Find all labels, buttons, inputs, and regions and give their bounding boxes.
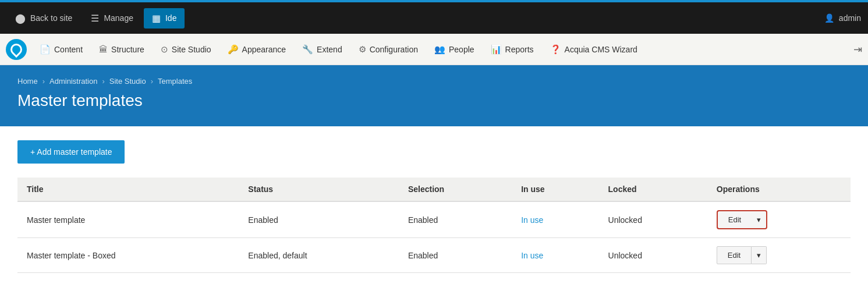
row1-status: Enabled [239,201,399,238]
nav-item-acquia-cms-wizard[interactable]: ❓ Acquia CMS Wizard [542,34,646,65]
col-title: Title [17,178,239,201]
page-header: Home › Administration › Site Studio › Te… [0,65,868,126]
site-studio-icon: ⊙ [161,44,168,55]
table-row: Master template Enabled Enabled In use U… [17,201,851,238]
configuration-icon: ⚙ [359,44,366,55]
breadcrumb-templates[interactable]: Templates [158,77,192,86]
nav-item-content[interactable]: 📄 Content [31,34,91,65]
nav-items: 📄 Content 🏛 Structure ⊙ Site Studio 🔑 Ap… [31,34,853,65]
col-operations: Operations [707,178,851,201]
row1-ops-cell: Edit ▾ [717,210,841,229]
master-templates-table: Title Status Selection In use Locked Ope… [17,178,851,273]
content-area: + Add master template Title Status Selec… [0,126,868,287]
row2-operations: Edit ▾ [707,238,851,273]
table-row: Master template - Boxed Enabled, default… [17,238,851,273]
row2-in-use-link[interactable]: In use [521,251,543,260]
back-to-site-button[interactable]: ⬤ Back to site [7,8,80,29]
row1-locked: Unlocked [599,201,707,238]
row1-dropdown-button[interactable]: ▾ [752,210,767,229]
drupal-logo[interactable] [6,39,27,60]
breadcrumb-sep-1: › [42,77,45,86]
admin-bar-left: ⬤ Back to site ☰ Manage ▦ Ide [7,8,185,29]
nav-item-appearance[interactable]: 🔑 Appearance [219,34,295,65]
drupal-icon: ⬤ [15,13,26,24]
menu-icon: ☰ [91,13,99,24]
col-in-use: In use [512,178,598,201]
manage-button[interactable]: ☰ Manage [83,8,141,29]
row2-title: Master template - Boxed [17,238,239,273]
nav-item-people[interactable]: 👥 People [426,34,483,65]
row1-in-use: In use [512,201,598,238]
breadcrumb-home[interactable]: Home [17,77,38,86]
row1-selection: Enabled [399,201,512,238]
row2-dropdown-button[interactable]: ▾ [752,246,767,264]
row2-status: Enabled, default [239,238,399,273]
appearance-icon: 🔑 [228,44,239,55]
extend-icon: 🔧 [302,44,313,55]
nav-collapse-button[interactable]: ⇥ [853,43,862,56]
reports-icon: 📊 [491,44,502,55]
row2-ops-cell: Edit ▾ [717,246,841,264]
add-master-template-button[interactable]: + Add master template [17,140,125,164]
breadcrumb: Home › Administration › Site Studio › Te… [17,77,851,86]
people-icon: 👥 [434,44,445,55]
breadcrumb-sep-3: › [151,77,153,86]
col-status: Status [239,178,399,201]
row2-edit-button[interactable]: Edit [717,246,752,264]
content-icon: 📄 [40,44,51,55]
ide-button[interactable]: ▦ Ide [144,8,185,29]
table-header-row: Title Status Selection In use Locked Ope… [17,178,851,201]
col-selection: Selection [399,178,512,201]
admin-toolbar: ⬤ Back to site ☰ Manage ▦ Ide 👤 admin [0,2,868,34]
main-navigation: 📄 Content 🏛 Structure ⊙ Site Studio 🔑 Ap… [0,34,868,65]
user-avatar-icon: 👤 [824,13,834,23]
table-body: Master template Enabled Enabled In use U… [17,201,851,273]
row2-locked: Unlocked [599,238,707,273]
row2-selection: Enabled [399,238,512,273]
table-header: Title Status Selection In use Locked Ope… [17,178,851,201]
structure-icon: 🏛 [99,44,108,54]
drupal-logo-inner [8,41,24,57]
admin-user-menu[interactable]: 👤 admin [824,13,861,23]
breadcrumb-site-studio[interactable]: Site Studio [109,77,146,86]
row1-operations: Edit ▾ [707,201,851,238]
nav-item-structure[interactable]: 🏛 Structure [91,34,153,65]
ide-icon: ▦ [152,13,161,24]
row1-title: Master template [17,201,239,238]
page-title: Master templates [17,91,851,110]
row2-in-use: In use [512,238,598,273]
breadcrumb-sep-2: › [102,77,104,86]
nav-item-configuration[interactable]: ⚙ Configuration [350,34,426,65]
row1-in-use-link[interactable]: In use [521,215,543,225]
row1-edit-button[interactable]: Edit [717,210,752,229]
acquia-icon: ❓ [550,44,561,55]
breadcrumb-administration[interactable]: Administration [49,77,97,86]
nav-item-reports[interactable]: 📊 Reports [483,34,542,65]
col-locked: Locked [599,178,707,201]
nav-item-site-studio[interactable]: ⊙ Site Studio [153,34,219,65]
nav-item-extend[interactable]: 🔧 Extend [294,34,350,65]
